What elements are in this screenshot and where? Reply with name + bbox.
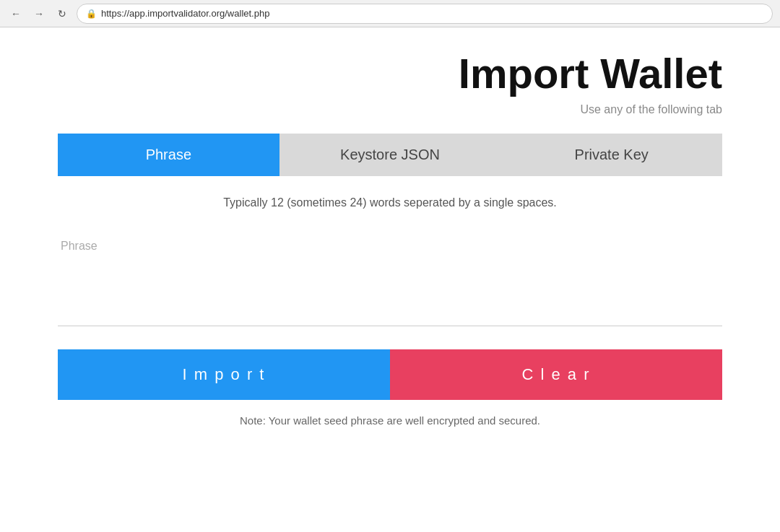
import-button[interactable]: I m p o r t bbox=[58, 349, 390, 400]
footer-note: Note: Your wallet seed phrase are well e… bbox=[58, 414, 722, 427]
tab-phrase[interactable]: Phrase bbox=[58, 134, 280, 176]
address-bar[interactable]: 🔒 https://app.importvalidator.org/wallet… bbox=[77, 4, 773, 24]
url-text: https://app.importvalidator.org/wallet.p… bbox=[101, 8, 269, 19]
lock-icon: 🔒 bbox=[86, 9, 97, 19]
phrase-area: Phrase bbox=[58, 232, 722, 329]
page-subtitle: Use any of the following tab bbox=[58, 103, 722, 116]
phrase-description: Typically 12 (sometimes 24) words sepera… bbox=[58, 196, 722, 209]
tab-private-key[interactable]: Private Key bbox=[500, 134, 722, 176]
tab-keystore-json[interactable]: Keystore JSON bbox=[280, 134, 501, 176]
reload-button[interactable]: ↻ bbox=[53, 5, 71, 22]
clear-button[interactable]: C l e a r bbox=[390, 349, 722, 400]
forward-button[interactable]: → bbox=[30, 5, 48, 22]
page-content: Import Wallet Use any of the following t… bbox=[0, 27, 780, 427]
back-button[interactable]: ← bbox=[7, 5, 25, 22]
page-title: Import Wallet bbox=[58, 49, 722, 97]
phrase-input[interactable] bbox=[58, 232, 722, 326]
phrase-label: Phrase bbox=[61, 240, 98, 253]
browser-chrome: ← → ↻ 🔒 https://app.importvalidator.org/… bbox=[0, 0, 780, 27]
action-buttons: I m p o r t C l e a r bbox=[58, 349, 722, 400]
tab-bar: Phrase Keystore JSON Private Key bbox=[58, 134, 722, 176]
